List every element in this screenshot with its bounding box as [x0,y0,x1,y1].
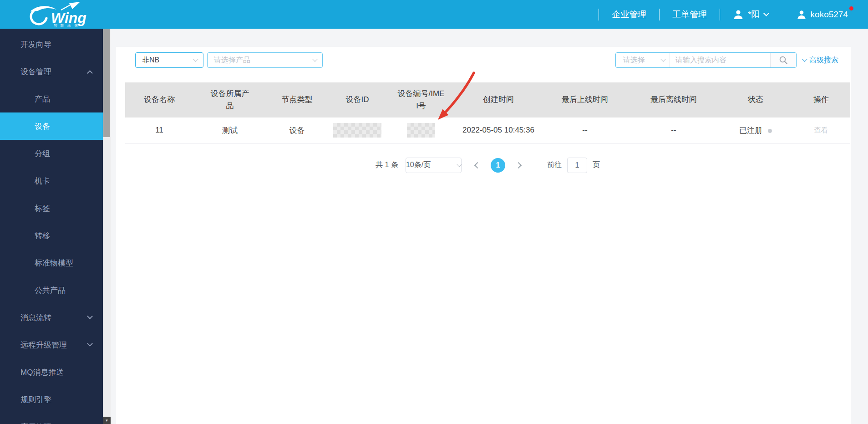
sidebar-item-0[interactable]: 开发向导 [0,31,103,58]
sidebar-item-label: 设备管理 [20,66,51,77]
chevron-down-icon [312,56,317,61]
cell-last-online: -- [542,117,628,143]
sidebar-item-10[interactable]: 消息流转 [0,304,103,331]
search-button[interactable] [771,53,796,67]
goto-page-input[interactable] [567,158,587,173]
sidebar-item-4[interactable]: 分组 [0,140,103,167]
column-header-0: 设备名称 [125,82,193,117]
advanced-search-label: 高级搜索 [809,56,838,65]
status-text: 已注册 [739,126,762,135]
column-header-3: 设备ID [328,82,387,117]
sidebar-item-5[interactable]: 机卡 [0,167,103,194]
table-row: 11 测试 设备 2022-05-05 10:45:36 -- -- 已注册 查… [125,117,850,143]
cell-product: 测试 [193,117,266,143]
account-menu[interactable]: koko5274 [797,10,853,20]
search-icon [779,56,788,65]
chevron-down-icon [87,313,93,319]
search-group: 请选择 [615,52,797,68]
nav-divider [659,9,660,20]
device-type-select[interactable]: 非NB [135,52,203,68]
chevron-down-icon [763,10,769,16]
pagination-total: 共 1 条 [376,160,398,170]
sidebar-scrollbar[interactable]: ▼ [103,29,111,424]
cell-status: 已注册 [719,117,792,143]
chevron-down-icon [802,56,807,61]
page-size-value: 10条/页 [406,160,431,170]
sidebar-item-label: 规则引擎 [20,394,51,405]
page-size-select[interactable]: 10条/页 [406,158,462,173]
search-field-select[interactable]: 请选择 [616,53,670,67]
sidebar-item-8[interactable]: 标准物模型 [0,249,103,276]
account-label: koko5274 [811,10,848,20]
device-table: 设备名称设备所属产品节点类型设备ID设备编号/IMEI号创建时间最后上线时间最后… [125,82,850,144]
ctwing-logo[interactable]: Wing 智联未来 [27,2,99,27]
next-page-button[interactable] [515,162,522,168]
cell-device-id [328,117,387,143]
filter-bar: 非NB 请选择产品 请选择 [135,52,838,68]
nav-divider [599,9,599,20]
cell-last-offline: -- [628,117,719,143]
sidebar-item-label: MQ消息推送 [20,367,64,378]
sidebar-item-label: 产品 [35,94,50,104]
chevron-down-icon [87,341,93,347]
column-header-9: 操作 [792,82,850,117]
table-header-row: 设备名称设备所属产品节点类型设备ID设备编号/IMEI号创建时间最后上线时间最后… [125,82,850,117]
sidebar-item-label: 标签 [35,203,50,214]
sidebar-item-7[interactable]: 转移 [0,222,103,249]
topbar: Wing 智联未来 企业管理 工单管理 *阳 [0,0,868,29]
column-header-8: 状态 [719,82,792,117]
person-icon [797,10,807,20]
column-header-2: 节点类型 [266,82,328,117]
sidebar-item-13[interactable]: 规则引擎 [0,386,103,413]
notification-dot [849,6,853,10]
chevron-down-icon [660,56,665,61]
sidebar-item-label: 远程升级管理 [20,340,67,350]
status-dot [768,129,772,133]
sidebar-item-label: 机卡 [35,176,50,186]
product-select[interactable]: 请选择产品 [207,52,323,68]
advanced-search-link[interactable]: 高级搜索 [803,56,838,65]
person-icon [733,9,744,20]
cell-action: 查看 [792,117,850,143]
page-number-button[interactable]: 1 [491,158,505,173]
paper-plane-icon [69,2,80,9]
sidebar-item-14[interactable]: 应用管理 [0,413,103,424]
sidebar-item-label: 应用管理 [20,422,51,424]
sidebar-item-label: 开发向导 [20,39,51,50]
sidebar-item-1[interactable]: 设备管理 [0,58,103,85]
prev-page-button[interactable] [474,162,481,168]
sidebar-item-3[interactable]: 设备 [0,112,103,140]
user-menu[interactable]: *阳 [733,9,768,20]
product-select-placeholder: 请选择产品 [214,56,250,65]
cell-created-time: 2022-05-05 10:45:36 [455,117,542,143]
sidebar-item-label: 标准物模型 [35,258,73,268]
redacted-device-id [333,123,381,138]
search-input[interactable] [670,53,770,67]
scrollbar-down-button[interactable]: ▼ [103,417,111,424]
sidebar-item-label: 消息流转 [20,312,51,323]
page: Wing 智联未来 企业管理 工单管理 *阳 [0,0,868,424]
cell-node-type: 设备 [266,117,328,143]
sidebar-item-label: 设备 [35,121,50,132]
sidebar-item-6[interactable]: 标签 [0,194,103,222]
sidebar-item-11[interactable]: 远程升级管理 [0,331,103,358]
search-area: 请选择 [615,52,838,68]
sidebar-item-12[interactable]: MQ消息推送 [0,358,103,386]
sidebar-item-label: 公共产品 [35,285,66,296]
scrollbar-thumb[interactable] [103,29,110,137]
chevron-down-icon [193,56,198,61]
device-type-select-value: 非NB [142,56,159,65]
column-header-7: 最后离线时间 [628,82,719,117]
ctwing-logo-graphic: Wing 智联未来 [27,2,99,27]
sidebar-item-label: 分组 [35,148,50,159]
cell-device-no [387,117,455,143]
nav-workorder-management[interactable]: 工单管理 [672,9,707,20]
column-header-4: 设备编号/IMEI号 [387,82,455,117]
sidebar-item-9[interactable]: 公共产品 [0,276,103,304]
nav-enterprise-management[interactable]: 企业管理 [612,9,646,20]
view-link[interactable]: 查看 [814,126,828,134]
column-header-1: 设备所属产品 [193,82,266,117]
sidebar-item-2[interactable]: 产品 [0,85,103,112]
sidebar: 开发向导设备管理产品设备分组机卡标签转移标准物模型公共产品消息流转远程升级管理M… [0,29,103,424]
chevron-down-icon [457,162,462,167]
